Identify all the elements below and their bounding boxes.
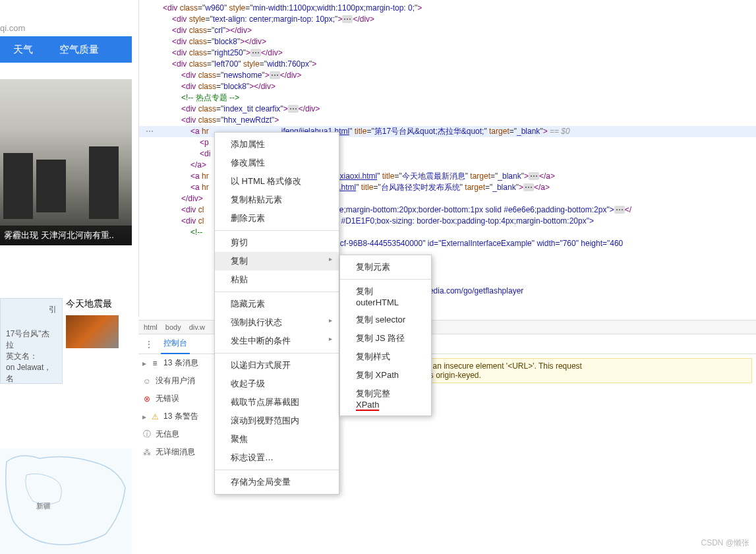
domain-fragment: qi.com — [0, 23, 25, 33]
sidebar-verbose[interactable]: ⁂无详细消息 — [138, 443, 223, 461]
news-box: 今天地震最 — [66, 298, 132, 348]
dom-node[interactable]: ▼<div class="w960" style="min-width:1100… — [139, 3, 756, 14]
china-map[interactable]: 新疆 — [0, 448, 132, 554]
menu-separator — [215, 230, 339, 231]
dom-node[interactable]: ▼<div class="hhx_newRdzt"> — [139, 115, 756, 126]
nav-bar: 天气 空气质量 — [0, 36, 132, 63]
sidebar-user-messages[interactable]: ☺没有用户消 — [138, 372, 223, 390]
cm-copy-js-path[interactable]: 复制 JS 路径 — [340, 329, 431, 348]
hero-image[interactable]: 雾霾出现 天津河北河南有重.. — [0, 79, 132, 245]
alert-box: 引 17号台风"杰拉 英文名： on Jelawat，名 — [0, 298, 63, 384]
dom-node[interactable]: ▶<div style="text-align: center;margin-t… — [139, 14, 756, 25]
dom-node[interactable]: ▶<div class="right250">⋯</div> — [139, 47, 756, 59]
sidebar-info[interactable]: ⓘ无信息 — [138, 425, 223, 443]
cm-store-global[interactable]: 存储为全局变量 — [215, 473, 339, 491]
news-title[interactable]: 今天地震最 — [66, 298, 132, 310]
sidebar-messages[interactable]: ▸≡13 条消息 — [138, 354, 223, 372]
nav-air-quality[interactable]: 空气质量 — [46, 44, 112, 56]
dom-node[interactable]: ▼<div class="left700" style="width:760px… — [139, 59, 756, 70]
cm-duplicate-element[interactable]: 复制粘贴元素 — [215, 191, 339, 209]
context-menu-main[interactable]: 添加属性 修改属性 以 HTML 格式修改 复制粘贴元素 删除元素 剪切 复制 … — [214, 132, 339, 495]
cm-badge-settings[interactable]: 标志设置… — [215, 448, 339, 467]
map-label-xinjiang: 新疆 — [36, 501, 51, 511]
menu-separator — [340, 279, 431, 280]
console-sidebar: ▸≡13 条消息 ☺没有用户消 ⊗无错误 ▸⚠13 条警告 ⓘ无信息 ⁂无详细消… — [138, 354, 224, 461]
dom-node[interactable]: ▶<div class="newshome">⋯</div> — [139, 70, 756, 81]
cm-force-state[interactable]: 强制执行状态 — [215, 313, 339, 332]
cm-copy-styles[interactable]: 复制样式 — [340, 348, 431, 366]
cm-hide-element[interactable]: 隐藏元素 — [215, 295, 339, 313]
menu-icon[interactable]: ⋮ — [144, 340, 154, 349]
cm-add-attribute[interactable]: 添加属性 — [215, 135, 339, 154]
cm-collapse-children[interactable]: 收起子级 — [215, 375, 339, 393]
cm-copy-selector[interactable]: 复制 selector — [340, 311, 431, 329]
cm-edit-as-html[interactable]: 以 HTML 格式修改 — [215, 172, 339, 191]
breadcrumb-div[interactable]: div.w — [189, 323, 205, 331]
tab-console[interactable]: 控制台 — [161, 334, 190, 354]
dom-node[interactable]: <div class="block8"></div> — [139, 36, 756, 47]
dom-node[interactable]: <div class="crl"></div> — [139, 25, 756, 36]
dom-node[interactable]: ▶<div class="index_tit clearfix">⋯</div> — [139, 104, 756, 115]
menu-separator — [215, 353, 339, 354]
cm-focus[interactable]: 聚焦 — [215, 430, 339, 448]
cm-copy-submenu[interactable]: 复制 — [215, 252, 339, 270]
menu-separator — [215, 470, 339, 470]
watermark: CSDN @懒张 — [701, 538, 749, 549]
menu-separator — [215, 292, 339, 292]
cm-copy-full-xpath[interactable]: 复制完整 XPath — [340, 385, 431, 413]
cm-paste[interactable]: 粘贴 — [215, 270, 339, 289]
nav-weather[interactable]: 天气 — [0, 44, 46, 56]
cm-expand-recursively[interactable]: 以递归方式展开 — [215, 356, 339, 375]
hero-caption: 雾霾出现 天津河北河南有重.. — [0, 226, 132, 245]
cm-copy-outerhtml[interactable]: 复制 outerHTML — [340, 282, 431, 311]
cm-edit-attribute[interactable]: 修改属性 — [215, 154, 339, 172]
breadcrumb-html[interactable]: html — [144, 323, 158, 331]
dom-node[interactable]: <!-- 热点专题 --> — [139, 92, 756, 104]
cm-break-on[interactable]: 发生中断的条件 — [215, 332, 339, 350]
cm-cut[interactable]: 剪切 — [215, 233, 339, 252]
cm-delete-element[interactable]: 删除元素 — [215, 209, 339, 228]
cm-scroll-into-view[interactable]: 滚动到视野范围内 — [215, 412, 339, 430]
cm-capture-screenshot[interactable]: 截取节点屏幕截图 — [215, 393, 339, 412]
sidebar-errors[interactable]: ⊗无错误 — [138, 390, 223, 408]
cm-copy-element[interactable]: 复制元素 — [340, 258, 431, 276]
sidebar-warnings[interactable]: ▸⚠13 条警告 — [138, 408, 223, 425]
breadcrumb-body[interactable]: body — [165, 323, 181, 331]
dom-node[interactable]: <div class="block8"></div> — [139, 81, 756, 92]
cm-copy-xpath[interactable]: 复制 XPath — [340, 366, 431, 385]
context-menu-copy-submenu[interactable]: 复制元素 复制 outerHTML 复制 selector 复制 JS 路径 复… — [339, 255, 432, 416]
news-thumbnail[interactable] — [66, 315, 119, 348]
